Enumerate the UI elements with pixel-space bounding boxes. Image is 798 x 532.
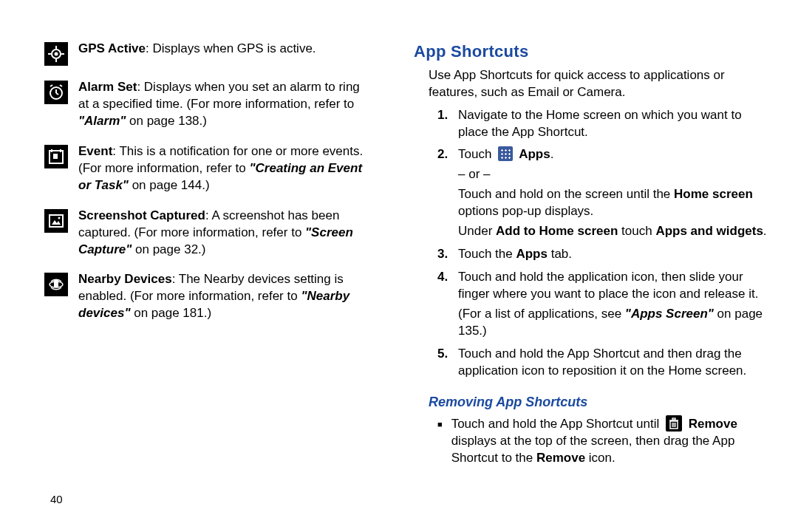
bullet-icon: ■ bbox=[437, 415, 443, 470]
gps-active-icon bbox=[44, 42, 68, 66]
step-3: 3. Touch the Apps tab. bbox=[437, 246, 768, 266]
step-4: 4. Touch and hold the application icon, … bbox=[437, 269, 768, 343]
event-row: Event: This is a notification for one or… bbox=[44, 143, 369, 194]
step-2: 2. Touch Apps. – or – Touch and hold on … bbox=[437, 146, 768, 243]
svg-rect-19 bbox=[54, 280, 58, 287]
gps-desc: GPS Active: Displays when GPS is active. bbox=[78, 41, 369, 66]
alarm-set-icon bbox=[44, 81, 68, 104]
manual-page: GPS Active: Displays when GPS is active.… bbox=[0, 0, 798, 499]
trash-icon bbox=[666, 415, 682, 432]
svg-rect-12 bbox=[53, 154, 58, 159]
screenshot-desc: Screenshot Captured: A screenshot has be… bbox=[78, 208, 369, 259]
screenshot-icon bbox=[44, 209, 68, 233]
section-heading: App Shortcuts bbox=[414, 41, 768, 63]
svg-line-9 bbox=[50, 85, 52, 86]
svg-point-1 bbox=[55, 52, 58, 56]
left-column: GPS Active: Displays when GPS is active.… bbox=[44, 41, 369, 470]
steps-list: 1. Navigate to the Home screen on which … bbox=[437, 107, 768, 383]
svg-rect-15 bbox=[50, 215, 63, 227]
screenshot-row: Screenshot Captured: A screenshot has be… bbox=[44, 208, 369, 259]
svg-rect-25 bbox=[672, 418, 675, 420]
nearby-desc: Nearby Devices: The Nearby devices setti… bbox=[78, 271, 369, 322]
step-1: 1. Navigate to the Home screen on which … bbox=[437, 107, 768, 144]
alarm-row: Alarm Set: Displays when you set an alar… bbox=[44, 79, 369, 130]
svg-line-8 bbox=[56, 93, 58, 95]
page-number: 40 bbox=[50, 492, 63, 507]
svg-line-10 bbox=[60, 85, 62, 86]
remove-bullet: ■ Touch and hold the App Shortcut until … bbox=[437, 415, 768, 470]
section-intro: Use App Shortcuts for quick access to ap… bbox=[429, 67, 768, 101]
step-5: 5. Touch and hold the App Shortcut and t… bbox=[437, 346, 768, 383]
nearby-devices-icon bbox=[44, 273, 68, 296]
alarm-desc: Alarm Set: Displays when you set an alar… bbox=[78, 79, 369, 130]
right-column: App Shortcuts Use App Shortcuts for quic… bbox=[414, 41, 768, 470]
gps-row: GPS Active: Displays when GPS is active. bbox=[44, 41, 369, 66]
apps-grid-icon bbox=[498, 146, 513, 161]
event-desc: Event: This is a notification for one or… bbox=[78, 143, 369, 194]
event-icon bbox=[44, 145, 68, 168]
nearby-row: Nearby Devices: The Nearby devices setti… bbox=[44, 271, 369, 322]
subsection-heading: Removing App Shortcuts bbox=[429, 393, 768, 411]
svg-point-17 bbox=[58, 216, 61, 219]
svg-marker-16 bbox=[52, 220, 61, 225]
